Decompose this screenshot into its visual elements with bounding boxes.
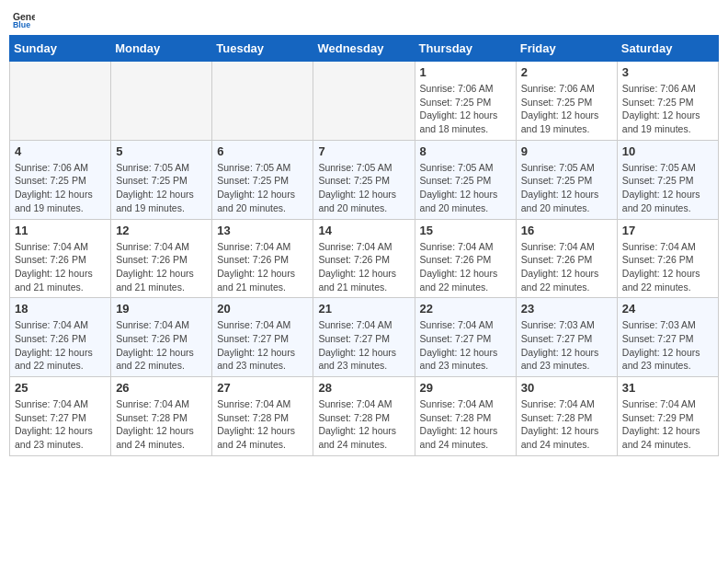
day-info: Sunrise: 7:05 AM Sunset: 7:25 PM Dayligh…	[318, 161, 409, 215]
day-number: 31	[622, 381, 713, 395]
day-info: Sunrise: 7:04 AM Sunset: 7:26 PM Dayligh…	[318, 240, 409, 294]
day-number: 29	[420, 381, 511, 395]
day-number: 21	[318, 302, 409, 316]
calendar-day-cell	[212, 62, 313, 141]
calendar-day-cell	[10, 62, 111, 141]
day-number: 23	[521, 302, 612, 316]
day-number: 6	[217, 144, 308, 158]
day-number: 22	[420, 302, 511, 316]
day-number: 3	[622, 65, 713, 79]
day-info: Sunrise: 7:04 AM Sunset: 7:28 PM Dayligh…	[420, 397, 511, 452]
calendar-day-cell: 14Sunrise: 7:04 AM Sunset: 7:26 PM Dayli…	[313, 219, 415, 298]
day-info: Sunrise: 7:04 AM Sunset: 7:27 PM Dayligh…	[217, 318, 308, 373]
calendar-day-cell: 27Sunrise: 7:04 AM Sunset: 7:28 PM Dayli…	[212, 377, 313, 456]
day-number: 12	[116, 224, 207, 237]
day-number: 28	[318, 381, 409, 395]
calendar-day-cell: 19Sunrise: 7:04 AM Sunset: 7:26 PM Dayli…	[111, 298, 212, 377]
day-info: Sunrise: 7:04 AM Sunset: 7:27 PM Dayligh…	[420, 318, 511, 373]
weekday-header-wednesday: Wednesday	[313, 36, 415, 62]
calendar-day-cell	[111, 62, 212, 141]
day-number: 5	[116, 144, 207, 158]
day-info: Sunrise: 7:06 AM Sunset: 7:25 PM Dayligh…	[622, 82, 713, 136]
day-number: 1	[420, 65, 511, 79]
day-info: Sunrise: 7:04 AM Sunset: 7:26 PM Dayligh…	[15, 318, 106, 373]
day-info: Sunrise: 7:04 AM Sunset: 7:26 PM Dayligh…	[116, 240, 207, 294]
calendar-day-cell: 7Sunrise: 7:05 AM Sunset: 7:25 PM Daylig…	[313, 140, 415, 219]
generalblue-logo-icon: General Blue	[13, 9, 35, 28]
calendar-day-cell: 1Sunrise: 7:06 AM Sunset: 7:25 PM Daylig…	[415, 62, 516, 141]
calendar-day-cell: 21Sunrise: 7:04 AM Sunset: 7:27 PM Dayli…	[313, 298, 415, 377]
calendar-week-row: 1Sunrise: 7:06 AM Sunset: 7:25 PM Daylig…	[10, 62, 719, 141]
day-number: 18	[15, 302, 106, 316]
day-info: Sunrise: 7:04 AM Sunset: 7:26 PM Dayligh…	[521, 240, 612, 294]
calendar-day-cell: 4Sunrise: 7:06 AM Sunset: 7:25 PM Daylig…	[10, 140, 111, 219]
day-info: Sunrise: 7:04 AM Sunset: 7:26 PM Dayligh…	[420, 240, 511, 294]
calendar-day-cell: 9Sunrise: 7:05 AM Sunset: 7:25 PM Daylig…	[516, 140, 617, 219]
calendar-day-cell: 15Sunrise: 7:04 AM Sunset: 7:26 PM Dayli…	[415, 219, 516, 298]
day-number: 26	[116, 381, 207, 395]
day-info: Sunrise: 7:05 AM Sunset: 7:25 PM Dayligh…	[217, 161, 308, 215]
calendar-week-row: 4Sunrise: 7:06 AM Sunset: 7:25 PM Daylig…	[10, 140, 719, 219]
day-number: 8	[420, 144, 511, 158]
day-info: Sunrise: 7:04 AM Sunset: 7:29 PM Dayligh…	[622, 397, 713, 452]
calendar-day-cell: 10Sunrise: 7:05 AM Sunset: 7:25 PM Dayli…	[617, 140, 718, 219]
calendar-day-cell: 5Sunrise: 7:05 AM Sunset: 7:25 PM Daylig…	[111, 140, 212, 219]
day-number: 30	[521, 381, 612, 395]
calendar-day-cell: 16Sunrise: 7:04 AM Sunset: 7:26 PM Dayli…	[516, 219, 617, 298]
calendar-day-cell: 11Sunrise: 7:04 AM Sunset: 7:26 PM Dayli…	[10, 219, 111, 298]
calendar-day-cell	[313, 62, 415, 141]
day-info: Sunrise: 7:05 AM Sunset: 7:25 PM Dayligh…	[116, 161, 207, 215]
calendar-day-cell: 22Sunrise: 7:04 AM Sunset: 7:27 PM Dayli…	[415, 298, 516, 377]
weekday-header-friday: Friday	[516, 36, 617, 62]
calendar-week-row: 11Sunrise: 7:04 AM Sunset: 7:26 PM Dayli…	[10, 219, 719, 298]
svg-text:Blue: Blue	[13, 20, 30, 28]
weekday-header-tuesday: Tuesday	[212, 36, 313, 62]
calendar-day-cell: 2Sunrise: 7:06 AM Sunset: 7:25 PM Daylig…	[516, 62, 617, 141]
day-info: Sunrise: 7:04 AM Sunset: 7:28 PM Dayligh…	[217, 397, 308, 452]
day-number: 7	[318, 144, 409, 158]
calendar-day-cell: 31Sunrise: 7:04 AM Sunset: 7:29 PM Dayli…	[617, 377, 718, 456]
day-number: 4	[15, 144, 106, 158]
day-info: Sunrise: 7:05 AM Sunset: 7:25 PM Dayligh…	[622, 161, 713, 215]
day-number: 14	[318, 224, 409, 237]
calendar-day-cell: 30Sunrise: 7:04 AM Sunset: 7:28 PM Dayli…	[516, 377, 617, 456]
day-info: Sunrise: 7:06 AM Sunset: 7:25 PM Dayligh…	[420, 82, 511, 136]
calendar-day-cell: 18Sunrise: 7:04 AM Sunset: 7:26 PM Dayli…	[10, 298, 111, 377]
calendar-day-cell: 8Sunrise: 7:05 AM Sunset: 7:25 PM Daylig…	[415, 140, 516, 219]
day-info: Sunrise: 7:03 AM Sunset: 7:27 PM Dayligh…	[521, 318, 612, 373]
day-info: Sunrise: 7:04 AM Sunset: 7:26 PM Dayligh…	[622, 240, 713, 294]
weekday-header-monday: Monday	[111, 36, 212, 62]
day-number: 13	[217, 224, 308, 237]
day-info: Sunrise: 7:06 AM Sunset: 7:25 PM Dayligh…	[521, 82, 612, 136]
day-number: 19	[116, 302, 207, 316]
weekday-header-sunday: Sunday	[10, 36, 111, 62]
day-number: 27	[217, 381, 308, 395]
day-number: 9	[521, 144, 612, 158]
calendar-day-cell: 26Sunrise: 7:04 AM Sunset: 7:28 PM Dayli…	[111, 377, 212, 456]
weekday-header-thursday: Thursday	[415, 36, 516, 62]
day-number: 24	[622, 302, 713, 316]
calendar-table: SundayMondayTuesdayWednesdayThursdayFrid…	[9, 35, 719, 456]
day-info: Sunrise: 7:04 AM Sunset: 7:26 PM Dayligh…	[15, 240, 106, 294]
day-info: Sunrise: 7:04 AM Sunset: 7:26 PM Dayligh…	[217, 240, 308, 294]
day-number: 16	[521, 224, 612, 237]
day-info: Sunrise: 7:04 AM Sunset: 7:28 PM Dayligh…	[318, 397, 409, 452]
calendar-header-row: SundayMondayTuesdayWednesdayThursdayFrid…	[10, 36, 719, 62]
day-info: Sunrise: 7:04 AM Sunset: 7:26 PM Dayligh…	[116, 318, 207, 373]
day-number: 20	[217, 302, 308, 316]
page-header: General Blue	[9, 9, 719, 28]
day-info: Sunrise: 7:04 AM Sunset: 7:27 PM Dayligh…	[318, 318, 409, 373]
day-info: Sunrise: 7:06 AM Sunset: 7:25 PM Dayligh…	[15, 161, 106, 215]
day-number: 15	[420, 224, 511, 237]
day-number: 17	[622, 224, 713, 237]
day-info: Sunrise: 7:04 AM Sunset: 7:28 PM Dayligh…	[116, 397, 207, 452]
calendar-day-cell: 12Sunrise: 7:04 AM Sunset: 7:26 PM Dayli…	[111, 219, 212, 298]
calendar-day-cell: 23Sunrise: 7:03 AM Sunset: 7:27 PM Dayli…	[516, 298, 617, 377]
day-number: 25	[15, 381, 106, 395]
calendar-week-row: 25Sunrise: 7:04 AM Sunset: 7:27 PM Dayli…	[10, 377, 719, 456]
logo: General Blue	[13, 9, 35, 28]
day-info: Sunrise: 7:04 AM Sunset: 7:28 PM Dayligh…	[521, 397, 612, 452]
calendar-day-cell: 24Sunrise: 7:03 AM Sunset: 7:27 PM Dayli…	[617, 298, 718, 377]
calendar-week-row: 18Sunrise: 7:04 AM Sunset: 7:26 PM Dayli…	[10, 298, 719, 377]
calendar-day-cell: 25Sunrise: 7:04 AM Sunset: 7:27 PM Dayli…	[10, 377, 111, 456]
